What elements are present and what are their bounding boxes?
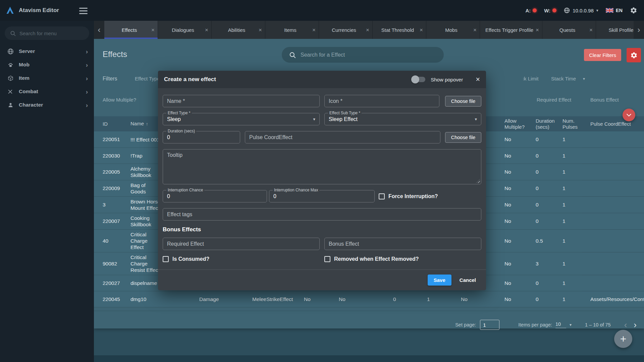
dialog-close-icon[interactable]: × bbox=[476, 76, 480, 83]
sidebar-item-mob[interactable]: Mob › bbox=[0, 58, 94, 71]
server-selector[interactable]: 10.0.0.98 ▾ bbox=[564, 7, 598, 13]
filter-bonus-effect[interactable]: Bonus Effect bbox=[590, 97, 619, 103]
interruption-chance-label: Interruption Chance bbox=[166, 188, 204, 192]
filter-stack-limit[interactable]: Stack Limit bbox=[523, 76, 553, 81]
bonus-effect-input[interactable] bbox=[324, 238, 481, 250]
add-effect-button[interactable]: + bbox=[614, 330, 632, 348]
tab[interactable]: Effects × bbox=[104, 21, 158, 39]
tabs-scroll-left-icon[interactable]: ‹ bbox=[94, 21, 104, 39]
sidebar-item-label: Combat bbox=[19, 88, 38, 95]
header-duration[interactable]: Duration (secs) bbox=[527, 116, 554, 131]
set-page-input[interactable] bbox=[480, 320, 499, 330]
atavism-logo-icon bbox=[5, 6, 15, 15]
tab-close-icon[interactable]: × bbox=[420, 27, 423, 33]
next-page-icon[interactable]: › bbox=[634, 320, 637, 329]
pagination-range: 1 – 10 of 75 bbox=[585, 322, 611, 327]
interruption-chance-max-input[interactable] bbox=[273, 193, 370, 199]
filter-stack-time[interactable]: Stack Time bbox=[551, 76, 576, 81]
sidebar: Server › Mob › Item › Combat › bbox=[0, 21, 94, 362]
effect-search-input[interactable] bbox=[301, 52, 436, 58]
tab[interactable]: Abilities × bbox=[212, 21, 265, 39]
removed-when-label: Removed when Effect Removed? bbox=[334, 256, 419, 262]
language-selector[interactable]: EN bbox=[606, 8, 623, 13]
tooltip-textarea[interactable] bbox=[163, 149, 481, 184]
tab[interactable]: Skill Profile × bbox=[596, 21, 634, 39]
tab-close-icon[interactable]: × bbox=[312, 27, 316, 33]
effect-search[interactable] bbox=[282, 47, 444, 63]
sidebar-item-label: Mob bbox=[19, 62, 30, 68]
sidebar-item-character[interactable]: Character › bbox=[0, 98, 94, 112]
clear-filters-button[interactable]: Clear Filters bbox=[584, 49, 621, 61]
tab-close-icon[interactable]: × bbox=[366, 27, 369, 33]
sidebar-search-input[interactable] bbox=[19, 31, 86, 36]
filter-allow-multiple[interactable]: Allow Multiple? bbox=[103, 97, 136, 103]
globe-icon bbox=[564, 7, 570, 13]
tab[interactable]: Currencies × bbox=[319, 21, 373, 39]
previous-page-icon[interactable]: ‹ bbox=[624, 320, 627, 329]
interruption-chance-input[interactable] bbox=[167, 193, 263, 199]
items-per-page-select[interactable]: 10 bbox=[555, 321, 566, 328]
caret-down-icon[interactable]: ▾ bbox=[570, 322, 572, 327]
tab-close-icon[interactable]: × bbox=[536, 27, 539, 33]
sidebar-item-server[interactable]: Server › bbox=[0, 45, 94, 58]
effect-tags-input[interactable] bbox=[163, 208, 481, 221]
tab[interactable]: Mobs × bbox=[426, 21, 480, 39]
search-icon bbox=[289, 52, 296, 58]
tab[interactable]: Quests × bbox=[542, 21, 596, 39]
effect-sub-type-select[interactable]: Effect Sub Type * Sleep Effect ▾ bbox=[324, 113, 481, 125]
is-consumed-checkbox[interactable]: Is Consumed? bbox=[163, 256, 324, 262]
tab[interactable]: Effects Trigger Profile × bbox=[480, 21, 542, 39]
menu-toggle-icon[interactable] bbox=[79, 8, 88, 14]
filter-effect-type[interactable]: Effect Type bbox=[135, 76, 160, 81]
header-pulse-coordeffect[interactable]: Pulse CoordEffect bbox=[582, 116, 644, 131]
caret-down-icon: ▾ bbox=[313, 117, 315, 122]
force-interruption-checkbox[interactable]: Force Interruption? bbox=[379, 193, 438, 199]
tab-close-icon[interactable]: × bbox=[151, 27, 155, 33]
scroll-down-button[interactable] bbox=[623, 109, 635, 121]
tab[interactable]: Items × bbox=[265, 21, 319, 39]
checkbox-icon bbox=[324, 256, 330, 262]
name-input[interactable] bbox=[163, 95, 320, 107]
dialog-body: Choose file Effect Type * Sleep ▾ Effect… bbox=[158, 88, 486, 262]
tab-close-icon[interactable]: × bbox=[205, 27, 208, 33]
icon-choose-file-button[interactable]: Choose file bbox=[445, 96, 481, 107]
header-num-pulses[interactable]: Num. Pulses bbox=[554, 116, 582, 131]
header-allow-multiple[interactable]: Allow Multiple? bbox=[496, 116, 527, 131]
cancel-button[interactable]: Cancel bbox=[455, 275, 481, 286]
removed-when-effect-removed-checkbox[interactable]: Removed when Effect Removed? bbox=[324, 256, 419, 262]
effect-type-value: Sleep bbox=[167, 116, 181, 122]
sidebar-item-combat[interactable]: Combat › bbox=[0, 85, 94, 98]
duration-input[interactable] bbox=[167, 134, 236, 140]
caret-down-icon: ▾ bbox=[475, 117, 477, 122]
crossed-swords-icon bbox=[7, 89, 14, 95]
tab-close-icon[interactable]: × bbox=[589, 27, 593, 33]
chevron-right-icon: › bbox=[86, 48, 88, 55]
language-label: EN bbox=[616, 8, 623, 13]
header-id[interactable]: ID bbox=[94, 116, 122, 131]
tabs-scroll-right-icon[interactable]: › bbox=[634, 21, 644, 39]
table-settings-button[interactable] bbox=[627, 48, 641, 62]
tab-close-icon[interactable]: × bbox=[259, 27, 262, 33]
save-button[interactable]: Save bbox=[428, 275, 451, 286]
tab-close-icon[interactable]: × bbox=[473, 27, 477, 33]
settings-gear-icon[interactable] bbox=[630, 7, 637, 14]
filters-label: Filters bbox=[103, 76, 117, 82]
tab[interactable]: Stat Threshold × bbox=[373, 21, 426, 39]
pulse-coordeffect-input[interactable] bbox=[245, 131, 440, 143]
required-effect-input[interactable] bbox=[163, 238, 320, 250]
dialog-header: Create a new effect Show popover × bbox=[158, 71, 486, 88]
checkbox-icon bbox=[163, 256, 169, 262]
icon-input[interactable] bbox=[324, 95, 439, 107]
chevron-right-icon: › bbox=[86, 62, 88, 68]
effect-type-select[interactable]: Effect Type * Sleep ▾ bbox=[163, 113, 320, 125]
sidebar-item-item[interactable]: Item › bbox=[0, 71, 94, 85]
show-popover-toggle[interactable] bbox=[412, 77, 425, 82]
sidebar-search[interactable] bbox=[5, 26, 89, 40]
dialog-title: Create a new effect bbox=[164, 76, 216, 83]
footer-strip bbox=[94, 355, 644, 362]
table-row[interactable]: 220045 dmg10 Damage MeleeStrikeEffect No… bbox=[94, 291, 644, 307]
filter-required-effect[interactable]: Required Effect bbox=[537, 97, 571, 103]
pulse-choose-file-button[interactable]: Choose file bbox=[445, 132, 481, 143]
server-globe-icon bbox=[7, 48, 14, 55]
tab[interactable]: Dialogues × bbox=[158, 21, 212, 39]
